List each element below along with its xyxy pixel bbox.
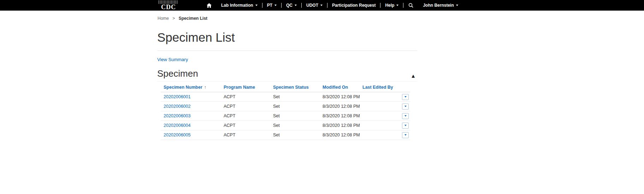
sort-specimen-status-link[interactable]: Specimen Status <box>273 85 309 90</box>
modified-on-cell: 8/3/2020 12:08 PM <box>320 92 360 102</box>
nav-item-help[interactable]: Help <box>380 0 403 11</box>
row-actions-dropdown-button[interactable] <box>402 104 409 110</box>
specimen-number-cell: 20202006002 <box>161 102 221 111</box>
nav-menu: Lab InformationPTQCUDOTParticipation Req… <box>217 0 403 11</box>
specimen-number-link[interactable]: 20202006004 <box>164 123 190 128</box>
program-name-cell: ACPT <box>221 121 270 130</box>
row-actions-cell <box>398 130 410 140</box>
specimen-number-cell: 20202006004 <box>161 121 221 130</box>
title-divider <box>157 51 417 51</box>
table-header-row: Specimen Number↑ Program Name Specimen S… <box>161 82 410 92</box>
view-summary-link[interactable]: View Summary <box>157 57 188 62</box>
specimen-status-cell: Set <box>270 92 320 102</box>
page-title: Specimen List <box>157 30 417 45</box>
chevron-down-icon <box>404 106 407 107</box>
nav-item-label: PT <box>267 3 272 8</box>
specimen-number-link[interactable]: 20202006001 <box>164 94 190 99</box>
sort-program-name-link[interactable]: Program Name <box>224 85 255 90</box>
sort-ascending-icon: ↑ <box>204 85 206 90</box>
cdc-logo-text: CDC <box>161 4 176 11</box>
last-edited-by-cell <box>360 102 398 111</box>
modified-on-cell: 8/3/2020 12:08 PM <box>320 130 360 140</box>
last-edited-by-cell <box>360 92 398 102</box>
row-actions-cell <box>398 102 410 111</box>
user-menu-label: John Bernstein <box>423 3 454 8</box>
sort-modified-on-link[interactable]: Modified On <box>323 85 348 90</box>
specimen-row: 20202006002ACPTSet8/3/2020 12:08 PM <box>161 102 410 111</box>
breadcrumb: Home > Specimen List <box>0 11 644 21</box>
specimen-section-header: Specimen ▲ <box>157 68 417 82</box>
row-actions-cell <box>398 121 410 130</box>
nav-item-label: Participation Request <box>332 3 376 8</box>
cdc-logo[interactable]: CDC <box>157 0 180 11</box>
chevron-down-icon <box>295 5 297 6</box>
breadcrumb-separator: > <box>172 16 175 21</box>
specimen-table: Specimen Number↑ Program Name Specimen S… <box>161 82 410 140</box>
specimen-row: 20202006001ACPTSet8/3/2020 12:08 PM <box>161 92 410 102</box>
column-header-specimen-status: Specimen Status <box>270 82 320 92</box>
chevron-down-icon <box>396 5 398 6</box>
program-name-cell: ACPT <box>221 92 270 102</box>
search-icon[interactable] <box>403 0 418 11</box>
specimen-number-link[interactable]: 20202006002 <box>164 104 190 109</box>
column-header-actions <box>398 82 410 92</box>
house-icon <box>207 3 212 8</box>
breadcrumb-current: Specimen List <box>179 16 207 21</box>
top-nav: CDC Lab InformationPTQCUDOTParticipation… <box>0 0 644 11</box>
nav-item-label: Help <box>385 3 394 8</box>
collapse-section-icon[interactable]: ▲ <box>409 72 417 79</box>
last-edited-by-cell <box>360 111 398 121</box>
specimen-number-link[interactable]: 20202006005 <box>164 133 190 137</box>
column-header-modified-on: Modified On <box>320 82 360 92</box>
chevron-down-icon <box>456 5 458 6</box>
specimen-number-cell: 20202006003 <box>161 111 221 121</box>
specimen-row: 20202006003ACPTSet8/3/2020 12:08 PM <box>161 111 410 121</box>
main-content: Specimen List View Summary Specimen ▲ Sp… <box>157 30 417 140</box>
row-actions-dropdown-button[interactable] <box>402 123 409 129</box>
specimen-number-link[interactable]: 20202006003 <box>164 113 190 118</box>
specimen-row: 20202006004ACPTSet8/3/2020 12:08 PM <box>161 121 410 130</box>
row-actions-dropdown-button[interactable] <box>402 132 409 138</box>
program-name-cell: ACPT <box>221 102 270 111</box>
chevron-down-icon <box>404 134 407 136</box>
section-title: Specimen <box>157 68 198 79</box>
last-edited-by-cell <box>360 130 398 140</box>
specimen-rows: 20202006001ACPTSet8/3/2020 12:08 PM20202… <box>161 92 410 140</box>
specimen-status-cell: Set <box>270 111 320 121</box>
row-actions-dropdown-button[interactable] <box>402 94 409 100</box>
row-actions-dropdown-button[interactable] <box>402 113 409 119</box>
sort-specimen-number-link[interactable]: Specimen Number <box>164 85 202 90</box>
nav-item-pt[interactable]: PT <box>262 0 281 11</box>
column-header-specimen-number: Specimen Number↑ <box>161 82 221 92</box>
nav-item-lab-information[interactable]: Lab Information <box>217 0 262 11</box>
row-actions-cell <box>398 111 410 121</box>
sort-last-edited-by-link[interactable]: Last Edited By <box>362 85 393 90</box>
nav-item-label: Lab Information <box>221 3 253 8</box>
home-icon[interactable] <box>202 0 217 11</box>
specimen-number-cell: 20202006001 <box>161 92 221 102</box>
magnifier-icon <box>408 3 413 8</box>
nav-item-qc[interactable]: QC <box>282 0 301 11</box>
chevron-down-icon <box>404 115 407 117</box>
specimen-status-cell: Set <box>270 121 320 130</box>
program-name-cell: ACPT <box>221 111 270 121</box>
chevron-down-icon <box>274 5 277 6</box>
column-header-program-name: Program Name <box>221 82 270 92</box>
specimen-number-cell: 20202006005 <box>161 130 221 140</box>
last-edited-by-cell <box>360 121 398 130</box>
user-menu[interactable]: John Bernstein <box>418 0 462 11</box>
chevron-down-icon <box>404 125 407 126</box>
specimen-status-cell: Set <box>270 130 320 140</box>
chevron-down-icon <box>404 96 407 98</box>
modified-on-cell: 8/3/2020 12:08 PM <box>320 111 360 121</box>
column-header-last-edited-by: Last Edited By <box>360 82 398 92</box>
modified-on-cell: 8/3/2020 12:08 PM <box>320 121 360 130</box>
nav-item-label: QC <box>286 3 293 8</box>
nav-item-udot[interactable]: UDOT <box>302 0 327 11</box>
breadcrumb-home-link[interactable]: Home <box>158 16 169 21</box>
modified-on-cell: 8/3/2020 12:08 PM <box>320 102 360 111</box>
specimen-row: 20202006005ACPTSet8/3/2020 12:08 PM <box>161 130 410 140</box>
chevron-down-icon <box>320 5 323 6</box>
nav-item-label: UDOT <box>306 3 318 8</box>
nav-item-participation-request[interactable]: Participation Request <box>327 0 380 11</box>
